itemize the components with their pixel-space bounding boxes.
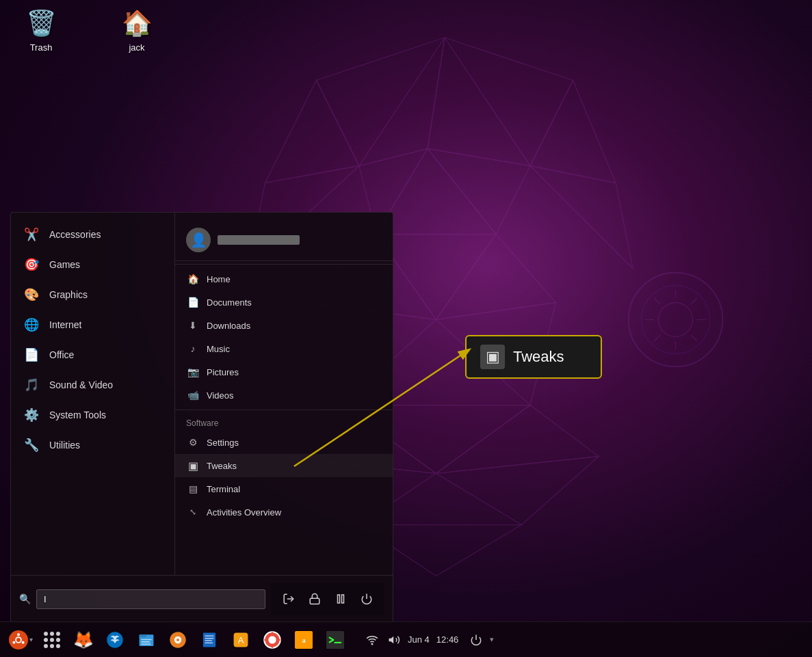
svg-rect-37 [338, 595, 340, 603]
svg-rect-58 [205, 640, 212, 641]
graphics-icon: 🎨 [22, 285, 41, 304]
activities-icon: ⤡ [186, 505, 200, 519]
taskbar-appstore[interactable]: A [226, 625, 256, 655]
taskbar-firefox[interactable]: 🦊 [68, 625, 99, 655]
svg-marker-0 [428, 38, 530, 166]
taskbar-arrow: ▾ [29, 636, 33, 643]
volume-icon[interactable] [386, 632, 402, 648]
lock-button[interactable] [302, 587, 327, 611]
taskbar-files[interactable] [131, 625, 161, 655]
svg-point-73 [371, 643, 373, 645]
bottom-actions [271, 582, 384, 615]
internet-icon: 🌐 [22, 315, 41, 334]
search-input[interactable] [36, 589, 265, 609]
svg-point-45 [12, 641, 15, 643]
apps-grid-button[interactable] [37, 625, 67, 655]
svg-marker-3 [428, 149, 530, 234]
taskbar-writer[interactable] [194, 625, 224, 655]
svg-line-32 [691, 298, 697, 304]
svg-text:A: A [238, 634, 244, 645]
taskbar-thunderbird[interactable] [100, 625, 130, 655]
menu-item-accessories[interactable]: ✂️ Accessories [11, 219, 174, 250]
settings-label: Settings [207, 438, 239, 448]
shutdown-button[interactable] [354, 587, 379, 611]
downloads-label: Downloads [207, 321, 250, 331]
svg-marker-14 [436, 457, 599, 525]
right-item-pictures[interactable]: 📷 Pictures [175, 360, 393, 384]
svg-line-17 [317, 38, 445, 81]
taskbar-help[interactable] [257, 625, 287, 655]
svg-text:a: a [302, 636, 306, 643]
svg-point-44 [21, 641, 24, 643]
home-label: Home [207, 274, 231, 284]
search-icon: 🔍 [19, 593, 31, 604]
divider-1 [175, 264, 393, 265]
svg-marker-5 [376, 234, 496, 320]
ubuntu-button[interactable]: ▾ [5, 625, 36, 655]
right-item-tweaks[interactable]: ▣ Tweaks [175, 454, 393, 477]
svg-rect-50 [141, 641, 150, 643]
power-icon[interactable] [468, 632, 484, 648]
taskbar-rhythmbox[interactable] [163, 625, 193, 655]
logout-button[interactable] [276, 587, 301, 611]
right-item-documents[interactable]: 📄 Documents [175, 291, 393, 314]
utilities-icon: 🔧 [22, 435, 41, 455]
suspend-button[interactable] [328, 587, 353, 611]
svg-line-16 [445, 38, 573, 81]
right-item-videos[interactable]: 📹 Videos [175, 384, 393, 407]
svg-marker-12 [436, 405, 599, 474]
svg-point-26 [659, 303, 693, 337]
svg-line-31 [654, 298, 660, 304]
right-item-music[interactable]: ♪ Music [175, 337, 393, 360]
games-label: Games [49, 259, 80, 270]
menu-item-sound-video[interactable]: 🎵 Sound & Video [11, 370, 174, 400]
tweaks-icon: ▣ [186, 459, 200, 472]
graphics-label: Graphics [49, 289, 88, 300]
network-icon[interactable] [364, 632, 380, 648]
tweaks-tooltip-icon: ▣ [480, 345, 505, 369]
menu-item-utilities[interactable]: 🔧 Utilities [11, 430, 174, 460]
menu-item-system-tools[interactable]: ⚙️ System Tools [11, 400, 174, 430]
right-item-downloads[interactable]: ⬇ Downloads [175, 314, 393, 337]
taskbar-terminal[interactable] [320, 625, 350, 655]
menu-left-panel: ✂️ Accessories 🎯 Games 🎨 Graphics 🌐 Inte… [11, 213, 175, 575]
svg-rect-36 [310, 598, 319, 604]
music-icon: ♪ [186, 342, 200, 356]
start-menu: ✂️ Accessories 🎯 Games 🎨 Graphics 🌐 Inte… [10, 212, 393, 623]
menu-item-internet[interactable]: 🌐 Internet [11, 310, 174, 340]
office-icon: 📄 [22, 345, 41, 364]
videos-icon: 📹 [186, 388, 200, 402]
power-arrow: ▾ [490, 635, 494, 644]
menu-item-graphics[interactable]: 🎨 Graphics [11, 280, 174, 310]
terminal-icon: ▤ [186, 482, 200, 496]
trash-icon: 🗑️ [25, 7, 57, 40]
svg-rect-51 [141, 643, 150, 645]
svg-marker-1 [359, 38, 445, 166]
tweaks-tooltip: ▣ Tweaks [465, 335, 602, 379]
svg-marker-7 [436, 234, 556, 320]
menu-item-games[interactable]: 🎯 Games [11, 250, 174, 280]
desktop-icon-jack[interactable]: 🏠 jack [109, 7, 164, 53]
menu-item-office[interactable]: 📄 Office [11, 340, 174, 370]
user-avatar: 👤 [186, 228, 211, 252]
tweaks-label: Tweaks [207, 461, 237, 471]
svg-point-43 [17, 633, 20, 636]
jack-icon: 🏠 [120, 7, 153, 40]
software-section-label: Software [175, 413, 393, 431]
right-item-terminal[interactable]: ▤ Terminal [175, 477, 393, 500]
right-item-activities[interactable]: ⤡ Activities Overview [175, 500, 393, 524]
user-section: 👤 [175, 219, 393, 261]
svg-point-63 [268, 636, 276, 643]
home-icon: 🏠 [186, 272, 200, 286]
desktop-icon-trash[interactable]: 🗑️ Trash [14, 7, 68, 53]
svg-point-54 [176, 638, 179, 641]
svg-marker-74 [389, 636, 394, 643]
right-item-home[interactable]: 🏠 Home [175, 267, 393, 291]
jack-label: jack [129, 42, 144, 53]
desktop-icons-area: 🗑️ Trash 🏠 jack [14, 7, 164, 53]
right-item-settings[interactable]: ⚙ Settings [175, 431, 393, 454]
taskbar-amazon[interactable]: a [289, 625, 319, 655]
documents-icon: 📄 [186, 295, 200, 309]
games-icon: 🎯 [22, 255, 41, 274]
desktop: 🗑️ Trash 🏠 jack ✂️ Accessories 🎯 Games � [0, 0, 812, 657]
